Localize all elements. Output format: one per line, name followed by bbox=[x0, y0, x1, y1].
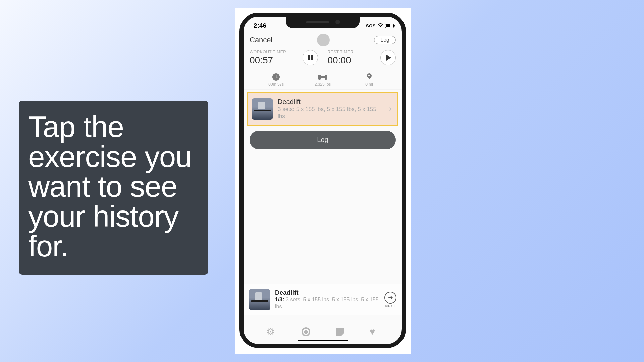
pin-icon bbox=[366, 73, 373, 81]
current-exercise-footer[interactable]: Deadlift 1/3: 3 sets: 5 x 155 lbs, 5 x 1… bbox=[244, 284, 402, 315]
play-button[interactable] bbox=[380, 50, 396, 65]
tab-bar bbox=[244, 324, 402, 337]
pause-button[interactable] bbox=[303, 50, 318, 65]
status-right: SOS bbox=[366, 23, 394, 28]
rest-timer-block: REST TIMER 00:00 bbox=[328, 50, 396, 66]
cancel-button[interactable]: Cancel bbox=[250, 36, 272, 44]
pause-icon bbox=[308, 55, 313, 60]
status-sos: SOS bbox=[366, 23, 376, 28]
instruction-text: Tap the exercise you want to see your hi… bbox=[28, 112, 199, 261]
next-arrow-icon bbox=[384, 292, 396, 304]
stat-duration: 00m 57s bbox=[253, 73, 300, 87]
timers-row: WORKOUT TIMER 00:57 REST TIMER 00:00 bbox=[244, 48, 402, 70]
next-label: NEXT bbox=[385, 304, 396, 308]
log-bar-label: Log bbox=[317, 136, 328, 144]
battery-icon bbox=[385, 24, 394, 28]
add-tab-icon[interactable] bbox=[302, 327, 310, 336]
stat-weight-value: 2,325 lbs bbox=[315, 82, 331, 87]
workout-timer-label: WORKOUT TIMER bbox=[250, 50, 286, 54]
phone-frame: 2:46 SOS Cancel Log WORKOUT TIMER 00:57 bbox=[239, 13, 406, 348]
chevron-right-icon: › bbox=[389, 104, 394, 114]
footer-progress: 1/3: bbox=[275, 297, 284, 302]
workout-timer-value: 00:57 bbox=[250, 55, 286, 66]
play-icon bbox=[386, 55, 391, 61]
exercise-subtitle: 3 sets: 5 x 155 lbs, 5 x 155 lbs, 5 x 15… bbox=[278, 106, 384, 120]
log-button-top[interactable]: Log bbox=[374, 36, 396, 44]
next-button[interactable]: NEXT bbox=[384, 292, 396, 308]
exercise-title: Deadlift bbox=[278, 98, 384, 106]
stat-distance-value: 0 mi bbox=[365, 82, 373, 87]
footer-exercise-title: Deadlift bbox=[275, 289, 380, 296]
clock-icon bbox=[272, 73, 280, 81]
phone-notch bbox=[286, 17, 360, 28]
rest-timer-value: 00:00 bbox=[328, 55, 354, 66]
stats-row: 00m 57s 2,325 lbs 0 mi bbox=[244, 70, 402, 90]
profile-avatar[interactable] bbox=[317, 34, 330, 46]
status-time: 2:46 bbox=[254, 22, 266, 29]
dumbbell-icon bbox=[319, 73, 326, 81]
phone-frame-backdrop: 2:46 SOS Cancel Log WORKOUT TIMER 00:57 bbox=[235, 8, 411, 354]
footer-exercise-detail: 1/3: 3 sets: 5 x 155 lbs, 5 x 155 lbs, 5… bbox=[275, 296, 380, 310]
timer-divider bbox=[323, 50, 323, 66]
instruction-callout: Tap the exercise you want to see your hi… bbox=[19, 101, 208, 275]
exercise-thumbnail bbox=[252, 98, 273, 120]
nav-bar: Cancel Log bbox=[244, 31, 402, 48]
stat-distance: 0 mi bbox=[346, 73, 392, 87]
favorites-tab-icon[interactable] bbox=[370, 327, 379, 337]
notes-tab-icon[interactable] bbox=[336, 328, 344, 336]
home-indicator[interactable] bbox=[298, 340, 348, 341]
workout-timer-block: WORKOUT TIMER 00:57 bbox=[250, 50, 318, 66]
log-bar-button[interactable]: Log bbox=[250, 131, 396, 149]
settings-tab-icon[interactable] bbox=[266, 327, 276, 337]
stat-weight: 2,325 lbs bbox=[300, 73, 346, 87]
wifi-icon bbox=[378, 23, 383, 28]
exercise-card-highlighted[interactable]: Deadlift 3 sets: 5 x 155 lbs, 5 x 155 lb… bbox=[247, 92, 398, 126]
footer-thumbnail bbox=[249, 289, 270, 310]
footer-sets-detail: 3 sets: 5 x 155 lbs, 5 x 155 lbs, 5 x 15… bbox=[275, 297, 379, 309]
stat-duration-value: 00m 57s bbox=[268, 82, 284, 87]
rest-timer-label: REST TIMER bbox=[328, 50, 354, 54]
